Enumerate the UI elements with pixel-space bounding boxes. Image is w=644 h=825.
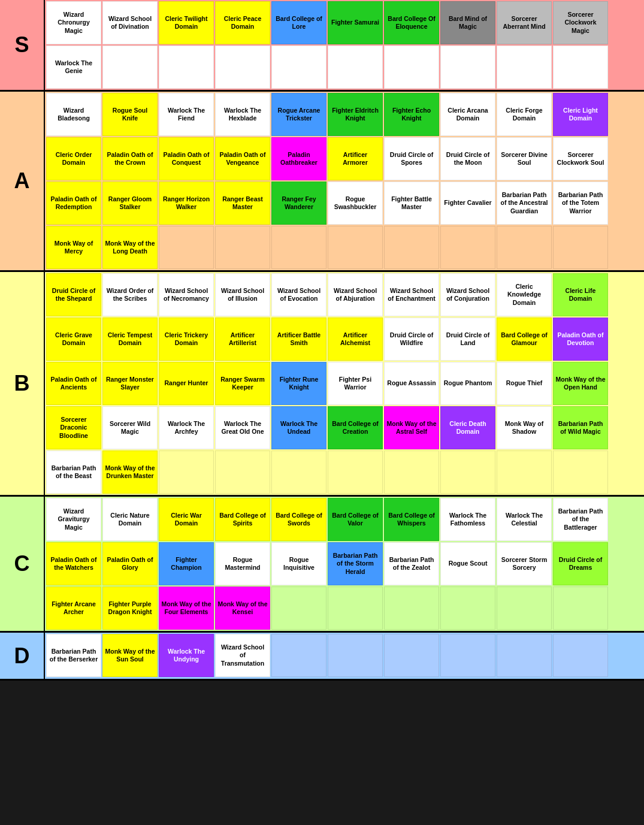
cell-B-3-2[interactable]: Warlock The Archfey xyxy=(159,406,214,449)
cell-D-0-5[interactable] xyxy=(328,634,383,677)
cell-S-1-5[interactable] xyxy=(328,46,383,89)
cell-C-1-8[interactable]: Sorcerer Storm Sorcery xyxy=(497,542,552,585)
cell-C-2-0[interactable]: Fighter Arcane Archer xyxy=(46,587,101,630)
cell-A-3-9[interactable] xyxy=(553,226,608,269)
cell-B-2-5[interactable]: Fighter Psi Warrior xyxy=(328,362,383,405)
cell-D-0-0[interactable]: Barbarian Path of the Berserker xyxy=(46,634,101,677)
cell-C-0-5[interactable]: Bard College of Valor xyxy=(328,498,383,541)
cell-B-4-8[interactable] xyxy=(497,451,552,494)
cell-A-1-7[interactable]: Druid Circle of the Moon xyxy=(440,137,495,180)
cell-C-0-1[interactable]: Cleric Nature Domain xyxy=(102,498,158,541)
cell-B-1-0[interactable]: Cleric Grave Domain xyxy=(46,318,101,361)
cell-C-2-9[interactable] xyxy=(553,587,608,630)
cell-S-1-3[interactable] xyxy=(215,46,270,89)
cell-C-1-0[interactable]: Paladin Oath of the Watchers xyxy=(46,542,101,585)
cell-B-1-9[interactable]: Paladin Oath of Devotion xyxy=(553,318,608,361)
cell-A-3-7[interactable] xyxy=(440,226,495,269)
cell-B-0-5[interactable]: Wizard School of Abjuration xyxy=(328,273,383,316)
cell-B-0-9[interactable]: Cleric Life Domain xyxy=(553,273,608,316)
cell-B-1-6[interactable]: Druid Circle of Wildfire xyxy=(384,318,439,361)
cell-B-0-6[interactable]: Wizard School of Enchantment xyxy=(384,273,439,316)
cell-B-0-7[interactable]: Wizard School of Conjuration xyxy=(440,273,495,316)
cell-A-0-7[interactable]: Cleric Arcana Domain xyxy=(440,93,495,136)
cell-S-1-2[interactable] xyxy=(159,46,214,89)
cell-D-0-6[interactable] xyxy=(384,634,439,677)
cell-A-3-4[interactable] xyxy=(271,226,326,269)
cell-C-0-0[interactable]: Wizard Graviturgy Magic xyxy=(46,498,101,541)
cell-B-0-1[interactable]: Wizard Order of the Scribes xyxy=(102,273,158,316)
cell-B-1-1[interactable]: Cleric Tempest Domain xyxy=(102,318,158,361)
cell-C-2-6[interactable] xyxy=(384,587,439,630)
cell-B-3-7[interactable]: Cleric Death Domain xyxy=(440,406,495,449)
cell-B-2-9[interactable]: Monk Way of the Open Hand xyxy=(553,362,608,405)
cell-C-1-2[interactable]: Fighter Champion xyxy=(159,542,214,585)
cell-A-2-5[interactable]: Rogue Swashbuckler xyxy=(328,182,383,225)
cell-B-3-6[interactable]: Monk Way of the Astral Self xyxy=(384,406,439,449)
cell-C-2-3[interactable]: Monk Way of the Kensei xyxy=(215,587,270,630)
cell-S-1-7[interactable] xyxy=(440,46,495,89)
cell-B-4-6[interactable] xyxy=(384,451,439,494)
cell-C-0-7[interactable]: Warlock The Fathomless xyxy=(440,498,495,541)
cell-A-0-9[interactable]: Cleric Light Domain xyxy=(553,93,608,136)
cell-S-0-4[interactable]: Bard College of Lore xyxy=(271,1,326,44)
cell-A-3-1[interactable]: Monk Way of the Long Death xyxy=(102,226,158,269)
cell-C-1-5[interactable]: Barbarian Path of the Storm Herald xyxy=(328,542,383,585)
cell-B-0-3[interactable]: Wizard School of Illusion xyxy=(215,273,270,316)
cell-A-3-6[interactable] xyxy=(384,226,439,269)
cell-C-2-7[interactable] xyxy=(440,587,495,630)
cell-B-0-0[interactable]: Druid Circle of the Shepard xyxy=(46,273,101,316)
cell-A-0-8[interactable]: Cleric Forge Domain xyxy=(497,93,552,136)
cell-A-2-4[interactable]: Ranger Fey Wanderer xyxy=(271,182,326,225)
cell-A-1-6[interactable]: Druid Circle of Spores xyxy=(384,137,439,180)
cell-B-1-2[interactable]: Cleric Trickery Domain xyxy=(159,318,214,361)
cell-S-1-9[interactable] xyxy=(553,46,608,89)
cell-B-0-2[interactable]: Wizard School of Necromancy xyxy=(159,273,214,316)
cell-B-1-4[interactable]: Artificer Battle Smith xyxy=(271,318,326,361)
cell-C-2-5[interactable] xyxy=(328,587,383,630)
cell-B-0-8[interactable]: Cleric Knowledge Domain xyxy=(497,273,552,316)
cell-C-1-4[interactable]: Rogue Inquisitive xyxy=(271,542,326,585)
cell-A-0-1[interactable]: Rogue Soul Knife xyxy=(102,93,158,136)
cell-S-0-6[interactable]: Bard College Of Eloquence xyxy=(384,1,439,44)
cell-S-1-4[interactable] xyxy=(271,46,326,89)
cell-S-0-5[interactable]: Fighter Samurai xyxy=(328,1,383,44)
cell-B-4-0[interactable]: Barbarian Path of the Beast xyxy=(46,451,101,494)
cell-A-2-1[interactable]: Ranger Gloom Stalker xyxy=(102,182,158,225)
cell-B-4-5[interactable] xyxy=(328,451,383,494)
cell-C-0-9[interactable]: Barbarian Path of the Battlerager xyxy=(553,498,608,541)
cell-B-1-3[interactable]: Artificer Artillerist xyxy=(215,318,270,361)
cell-B-1-7[interactable]: Druid Circle of Land xyxy=(440,318,495,361)
cell-B-2-1[interactable]: Ranger Monster Slayer xyxy=(102,362,158,405)
cell-A-2-6[interactable]: Fighter Battle Master xyxy=(384,182,439,225)
cell-A-2-8[interactable]: Barbarian Path of the Ancestral Guardian xyxy=(497,182,552,225)
cell-D-0-2[interactable]: Warlock The Undying xyxy=(159,634,214,677)
cell-D-0-8[interactable] xyxy=(497,634,552,677)
cell-B-3-1[interactable]: Sorcerer Wild Magic xyxy=(102,406,158,449)
cell-A-0-0[interactable]: Wizard Bladesong xyxy=(46,93,101,136)
cell-A-3-3[interactable] xyxy=(215,226,270,269)
cell-A-1-9[interactable]: Sorcerer Clockwork Soul xyxy=(553,137,608,180)
cell-B-3-4[interactable]: Warlock The Undead xyxy=(271,406,326,449)
cell-B-3-9[interactable]: Barbarian Path of Wild Magic xyxy=(553,406,608,449)
cell-C-0-6[interactable]: Bard College of Whispers xyxy=(384,498,439,541)
cell-C-0-3[interactable]: Bard College of Spirits xyxy=(215,498,270,541)
cell-B-2-7[interactable]: Rogue Phantom xyxy=(440,362,495,405)
cell-B-3-0[interactable]: Sorcerer Draconic Bloodline xyxy=(46,406,101,449)
cell-B-2-3[interactable]: Ranger Swarm Keeper xyxy=(215,362,270,405)
cell-B-2-0[interactable]: Paladin Oath of Ancients xyxy=(46,362,101,405)
cell-A-2-0[interactable]: Paladin Oath of Redemption xyxy=(46,182,101,225)
cell-A-1-8[interactable]: Sorcerer Divine Soul xyxy=(497,137,552,180)
cell-S-0-2[interactable]: Cleric Twilight Domain xyxy=(159,1,214,44)
cell-B-2-8[interactable]: Rogue Thief xyxy=(497,362,552,405)
cell-B-3-8[interactable]: Monk Way of Shadow xyxy=(497,406,552,449)
cell-B-3-3[interactable]: Warlock The Great Old One xyxy=(215,406,270,449)
cell-B-2-4[interactable]: Fighter Rune Knight xyxy=(271,362,326,405)
cell-D-0-4[interactable] xyxy=(271,634,326,677)
cell-C-1-3[interactable]: Rogue Mastermind xyxy=(215,542,270,585)
cell-A-3-8[interactable] xyxy=(497,226,552,269)
cell-B-3-5[interactable]: Bard College of Creation xyxy=(328,406,383,449)
cell-A-1-5[interactable]: Artificer Armorer xyxy=(328,137,383,180)
cell-B-1-8[interactable]: Bard College of Glamour xyxy=(497,318,552,361)
cell-B-2-2[interactable]: Ranger Hunter xyxy=(159,362,214,405)
cell-C-0-4[interactable]: Bard College of Swords xyxy=(271,498,326,541)
